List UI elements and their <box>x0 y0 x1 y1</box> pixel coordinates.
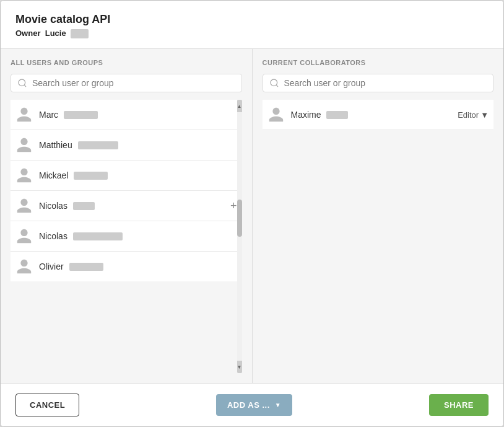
collaborator-list: Maxime Editor ▼ <box>263 100 494 373</box>
dialog-footer: CANCEL ADD AS ... ▼ SHARE <box>1 383 503 426</box>
left-search-input[interactable] <box>32 78 235 88</box>
dialog-header: Movie catalog API Owner Lucie <box>1 1 503 49</box>
share-dialog: Movie catalog API Owner Lucie ALL USERS … <box>0 0 504 427</box>
user-name: Nicolas <box>39 231 123 241</box>
user-surname-blur <box>64 111 98 119</box>
collaborators-panel: CURRENT COLLABORATORS Maxime <box>253 49 504 383</box>
add-as-label: ADD AS ... <box>227 400 270 410</box>
left-search-box[interactable] <box>11 74 242 92</box>
svg-point-0 <box>19 79 25 86</box>
user-avatar-icon <box>15 197 33 214</box>
right-search-input[interactable] <box>284 78 487 88</box>
user-item[interactable]: Nicolas + <box>11 191 242 221</box>
role-selector[interactable]: Editor ▼ <box>458 110 489 120</box>
user-name: Nicolas <box>39 201 95 211</box>
add-as-chevron-icon: ▼ <box>275 402 281 408</box>
scrollbar-thumb[interactable] <box>237 200 242 237</box>
dialog-title: Movie catalog API <box>15 13 489 26</box>
owner-name: Lucie <box>45 29 66 38</box>
user-surname-blur <box>69 263 103 271</box>
user-item[interactable]: Mickael <box>11 161 242 191</box>
role-label: Editor <box>458 110 479 120</box>
collaborator-item: Maxime Editor ▼ <box>263 100 494 130</box>
scroll-arrow-down[interactable]: ▼ <box>237 361 242 373</box>
user-surname-blur <box>78 141 118 149</box>
left-search-icon <box>17 78 27 88</box>
dialog-owner: Owner Lucie <box>15 29 489 38</box>
all-users-title: ALL USERS AND GROUPS <box>11 59 242 66</box>
user-item[interactable]: Matthieu <box>11 130 242 161</box>
role-dropdown-icon: ▼ <box>480 110 489 120</box>
user-avatar-icon <box>15 136 33 154</box>
dialog-body: ALL USERS AND GROUPS Marc <box>1 49 503 383</box>
add-user-button[interactable]: + <box>230 200 237 211</box>
user-avatar-icon <box>15 258 33 275</box>
user-name: Mickael <box>39 170 108 180</box>
svg-line-3 <box>276 85 278 87</box>
user-surname-blur <box>73 232 123 240</box>
svg-point-2 <box>271 79 277 86</box>
add-as-button[interactable]: ADD AS ... ▼ <box>216 394 292 416</box>
scrollbar-track: ▲ ▼ <box>237 100 242 373</box>
user-avatar-icon <box>15 227 33 245</box>
user-avatar-icon <box>15 106 33 123</box>
collaborator-avatar-icon <box>267 106 285 123</box>
user-name: Olivier <box>39 262 103 271</box>
scroll-arrow-up[interactable]: ▲ <box>237 100 242 112</box>
user-list: Marc Matthieu Mickael <box>11 100 242 373</box>
share-button[interactable]: SHARE <box>429 394 489 416</box>
collaborators-title: CURRENT COLLABORATORS <box>263 59 494 66</box>
owner-label: Owner <box>15 29 40 38</box>
user-item[interactable]: Nicolas <box>11 221 242 252</box>
user-name: Marc <box>39 110 98 120</box>
right-search-icon <box>269 78 279 88</box>
collaborator-name: Maxime <box>291 110 349 120</box>
user-name: Matthieu <box>39 140 118 150</box>
right-search-box[interactable] <box>263 74 494 92</box>
user-item[interactable]: Marc <box>11 100 242 130</box>
cancel-button[interactable]: CANCEL <box>15 394 79 416</box>
all-users-panel: ALL USERS AND GROUPS Marc <box>1 49 253 383</box>
collaborator-surname-blur <box>326 111 348 119</box>
svg-line-1 <box>24 85 26 87</box>
user-surname-blur <box>73 202 95 210</box>
owner-name-blur <box>71 29 89 39</box>
user-avatar-icon <box>15 167 33 184</box>
user-item[interactable]: Olivier <box>11 252 242 281</box>
user-surname-blur <box>74 172 108 180</box>
